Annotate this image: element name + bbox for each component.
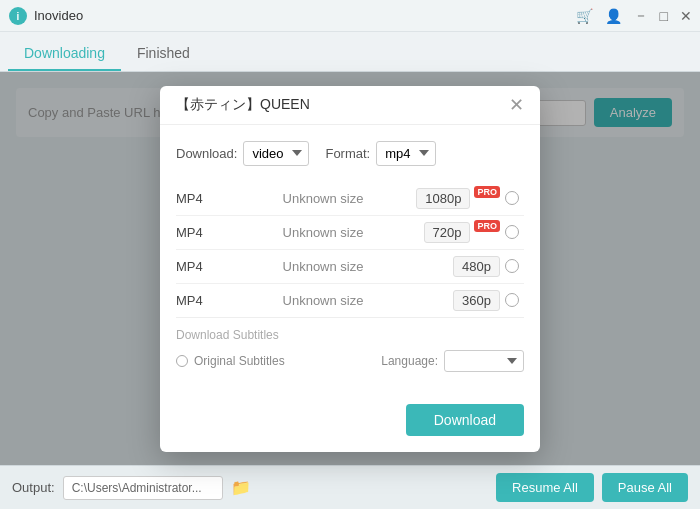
download-select[interactable]: video audio (243, 141, 309, 166)
app-logo: i (8, 6, 28, 26)
pro-badge-1080p: PRO (474, 186, 500, 198)
res-360p: 360p (453, 290, 500, 311)
minimize-icon[interactable]: － (634, 7, 648, 25)
badge-wrap-1080p: 1080p PRO (410, 188, 500, 209)
output-label: Output: (12, 480, 55, 495)
pause-all-button[interactable]: Pause All (602, 473, 688, 502)
size-1080p: Unknown size (236, 191, 410, 206)
resume-all-button[interactable]: Resume All (496, 473, 594, 502)
quality-row-360p: MP4 Unknown size 360p (176, 284, 524, 317)
radio-circle-360p[interactable] (505, 293, 519, 307)
radio-480p[interactable] (500, 259, 524, 273)
format-label-1080p: MP4 (176, 191, 236, 206)
subtitles-section-label: Download Subtitles (176, 328, 524, 342)
cart-icon[interactable]: 🛒 (576, 8, 593, 24)
modal-title: 【赤ティン】QUEEN (176, 96, 310, 114)
main-content: Copy and Paste URL here https://www.bili… (0, 72, 700, 465)
language-label: Language: (381, 354, 438, 368)
folder-icon[interactable]: 📁 (231, 478, 251, 497)
download-control-group: Download: video audio (176, 141, 309, 166)
app-title: Inovideo (34, 8, 83, 23)
badge-wrap-360p: 360p (410, 290, 500, 311)
user-icon[interactable]: 👤 (605, 8, 622, 24)
original-subtitles-label: Original Subtitles (194, 354, 285, 368)
size-720p: Unknown size (236, 225, 410, 240)
controls-row: Download: video audio Format: mp4 mkv (176, 141, 524, 166)
download-button[interactable]: Download (406, 404, 524, 436)
quality-list: MP4 Unknown size 1080p PRO MP4 Unkno (176, 182, 524, 317)
subtitles-section: Download Subtitles Original Subtitles La… (176, 317, 524, 372)
tab-finished[interactable]: Finished (121, 37, 206, 71)
svg-text:i: i (17, 11, 20, 22)
original-subtitles-check[interactable]: Original Subtitles (176, 354, 285, 368)
badge-wrap-720p: 720p PRO (410, 222, 500, 243)
format-label-360p: MP4 (176, 293, 236, 308)
radio-360p[interactable] (500, 293, 524, 307)
original-subtitles-radio[interactable] (176, 355, 188, 367)
modal-footer: Download (160, 404, 540, 452)
format-select[interactable]: mp4 mkv (376, 141, 436, 166)
modal-close-button[interactable]: ✕ (509, 96, 524, 114)
tab-bar: Downloading Finished (0, 32, 700, 72)
format-label-720p: MP4 (176, 225, 236, 240)
title-bar-controls: 🛒 👤 － □ ✕ (576, 7, 692, 25)
output-path[interactable]: C:\Users\Administrator... (63, 476, 223, 500)
res-720p: 720p (424, 222, 471, 243)
tab-downloading[interactable]: Downloading (8, 37, 121, 71)
radio-720p[interactable] (500, 225, 524, 239)
modal-header: 【赤ティン】QUEEN ✕ (160, 86, 540, 125)
radio-1080p[interactable] (500, 191, 524, 205)
radio-circle-1080p[interactable] (505, 191, 519, 205)
badge-wrap-480p: 480p (410, 256, 500, 277)
res-480p: 480p (453, 256, 500, 277)
modal-body: Download: video audio Format: mp4 mkv (160, 125, 540, 404)
radio-circle-480p[interactable] (505, 259, 519, 273)
size-360p: Unknown size (236, 293, 410, 308)
format-label: Format: (325, 146, 370, 161)
quality-row-1080p: MP4 Unknown size 1080p PRO (176, 182, 524, 216)
maximize-icon[interactable]: □ (660, 8, 668, 24)
subtitles-row: Original Subtitles Language: (176, 350, 524, 372)
size-480p: Unknown size (236, 259, 410, 274)
title-bar: i Inovideo 🛒 👤 － □ ✕ (0, 0, 700, 32)
modal-overlay: 【赤ティン】QUEEN ✕ Download: video audio Form… (0, 72, 700, 465)
language-row: Language: (381, 350, 524, 372)
modal-dialog: 【赤ティン】QUEEN ✕ Download: video audio Form… (160, 86, 540, 452)
quality-row-720p: MP4 Unknown size 720p PRO (176, 216, 524, 250)
bottom-bar: Output: C:\Users\Administrator... 📁 Resu… (0, 465, 700, 509)
quality-row-480p: MP4 Unknown size 480p (176, 250, 524, 284)
bottom-buttons: Resume All Pause All (496, 473, 688, 502)
close-window-icon[interactable]: ✕ (680, 8, 692, 24)
format-label-480p: MP4 (176, 259, 236, 274)
format-control-group: Format: mp4 mkv (325, 141, 436, 166)
pro-badge-720p: PRO (474, 220, 500, 232)
radio-circle-720p[interactable] (505, 225, 519, 239)
res-1080p: 1080p (416, 188, 470, 209)
output-section: Output: C:\Users\Administrator... 📁 (12, 476, 251, 500)
language-select[interactable] (444, 350, 524, 372)
download-label: Download: (176, 146, 237, 161)
title-bar-left: i Inovideo (8, 6, 83, 26)
